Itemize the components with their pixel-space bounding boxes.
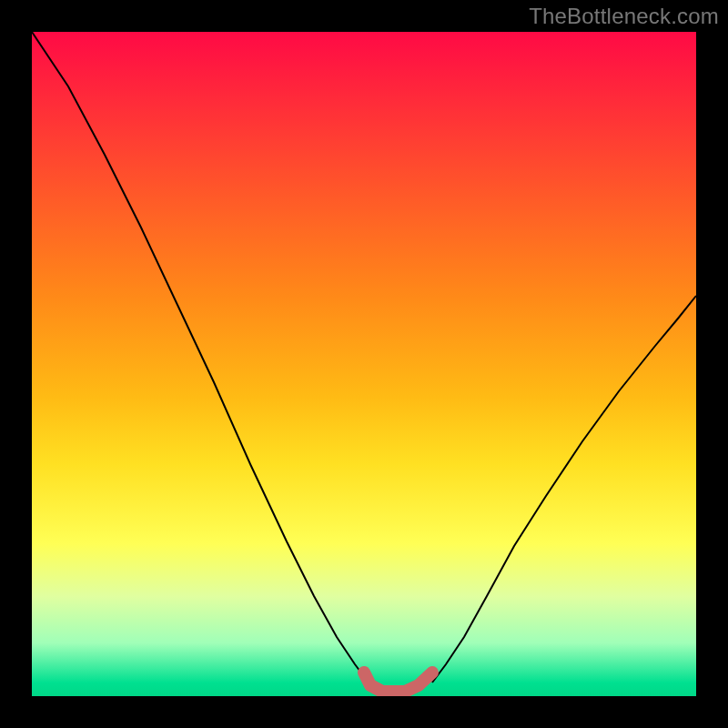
chart-svg: [32, 32, 696, 696]
plot-area: [32, 32, 696, 696]
series-left-branch: [32, 32, 369, 682]
series-right-branch: [432, 296, 696, 682]
chart-frame: TheBottleneck.com: [0, 0, 728, 728]
series-bottom-marker: [364, 672, 432, 692]
watermark-text: TheBottleneck.com: [529, 4, 719, 29]
